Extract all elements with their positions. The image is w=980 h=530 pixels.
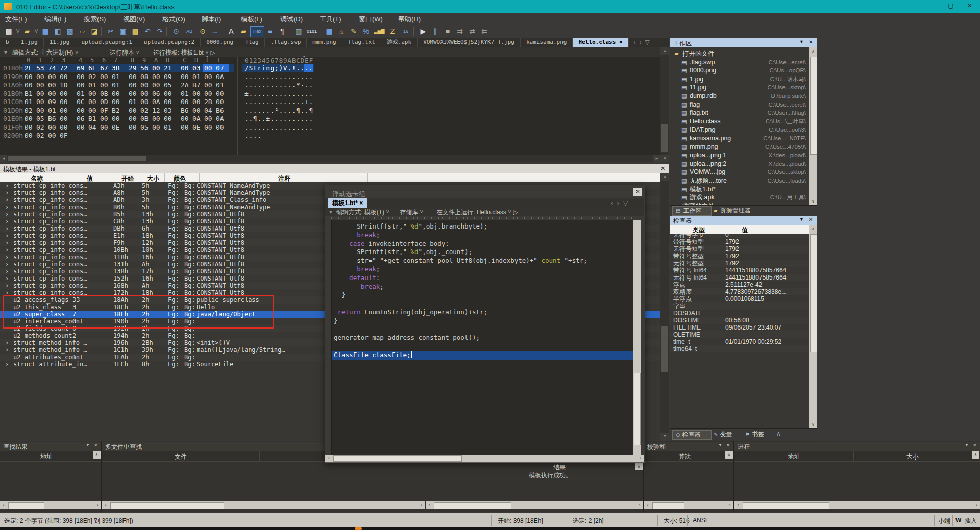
hex-byte[interactable]: 2B xyxy=(204,98,212,106)
hex-byte[interactable]: 00 xyxy=(152,123,160,131)
menu-item[interactable]: 帮助(H) xyxy=(398,15,421,24)
hex-byte[interactable]: 0A xyxy=(192,115,201,122)
inspector-row[interactable]: 带符号整型1792 xyxy=(670,253,809,260)
hex-byte[interactable]: 00 xyxy=(181,64,189,72)
bulb-icon[interactable]: ☼ xyxy=(336,26,347,36)
hex-byte[interactable]: 00 xyxy=(112,115,120,122)
step-over-icon[interactable]: ⇉ xyxy=(454,26,465,36)
highlight-icon[interactable]: ▰ xyxy=(238,26,249,36)
menu-item[interactable]: 脚本(I) xyxy=(202,15,221,24)
hex-byte[interactable]: 00 xyxy=(164,98,172,106)
file-tab[interactable]: flag.txt xyxy=(342,38,381,47)
hex-byte[interactable]: 0A xyxy=(152,98,160,106)
hex-ascii-text[interactable]: ................ xyxy=(244,123,313,131)
hex-byte[interactable]: 00 xyxy=(36,90,44,97)
hex-byte[interactable]: 12 xyxy=(152,107,160,114)
hex-byte[interactable]: 00 xyxy=(60,115,68,122)
hex-byte[interactable]: 00 xyxy=(140,90,149,97)
replace-icon[interactable]: AB xyxy=(183,26,196,36)
hex-byte[interactable]: 00 xyxy=(192,107,201,114)
font-icon[interactable]: A xyxy=(226,26,237,36)
menu-item[interactable]: 模板(L) xyxy=(241,15,262,24)
workspace-file-item[interactable]: ▤kamisama.pngC:\Use..._N0TE\ xyxy=(670,134,809,143)
menu-item[interactable]: 格式(O) xyxy=(162,15,185,24)
sidebar-tab-explorer[interactable]: ▰资源管理器 xyxy=(710,206,762,215)
hex-byte[interactable]: 0E xyxy=(192,123,201,131)
hex-byte[interactable]: 00 xyxy=(100,115,108,122)
workspace-file-item[interactable]: ▤1.jpgC:\U...话木马\ xyxy=(670,75,809,84)
hex-byte[interactable]: 00 xyxy=(129,73,137,81)
inspector-row[interactable]: time64_t xyxy=(670,345,809,352)
hex-byte[interactable]: 0C xyxy=(77,98,85,106)
collapse-icon[interactable]: ▾ xyxy=(4,48,7,56)
file-tab[interactable]: mmm.png xyxy=(307,38,342,47)
hex-byte[interactable]: 00 xyxy=(204,81,212,89)
inspector-row[interactable]: time_t01/01/1970 00:29:52 xyxy=(670,338,809,345)
hex-byte[interactable]: 02 xyxy=(36,123,44,131)
panel-vscroll-up[interactable]: ∧ xyxy=(972,451,979,459)
hex-byte[interactable]: 00 xyxy=(152,81,160,89)
inspector-row[interactable]: OLETIME xyxy=(670,331,809,338)
hex-byte[interactable]: 03 xyxy=(192,64,201,72)
hex-byte[interactable]: 04 xyxy=(204,107,212,114)
hex-byte[interactable]: 3B xyxy=(112,64,120,72)
hex-byte[interactable]: 00 xyxy=(48,132,56,139)
hex-byte[interactable]: 00 xyxy=(36,107,44,114)
inspector-scrollbar[interactable]: ∧ ∨ xyxy=(809,225,817,428)
hex-byte[interactable]: 00 xyxy=(100,123,108,131)
inspector-row[interactable]: 半浮点0.0001068115 xyxy=(670,295,809,302)
hex-byte[interactable]: 00 xyxy=(152,64,160,72)
hex-byte[interactable]: 00 xyxy=(48,123,56,131)
hex-byte[interactable]: 00 xyxy=(129,123,137,131)
base16-icon[interactable]: 16 xyxy=(399,26,412,36)
hex-byte[interactable]: 00 xyxy=(112,98,120,106)
pilcrow-icon[interactable]: ¶ xyxy=(277,26,288,36)
hex-byte[interactable]: B2 xyxy=(112,107,120,114)
hex-byte[interactable]: 6E xyxy=(88,64,96,72)
hex-byte[interactable]: 00 xyxy=(164,90,172,97)
maximize-button[interactable]: ▢ xyxy=(941,2,961,9)
hex-byte[interactable]: 00 xyxy=(204,73,212,81)
hex-byte[interactable]: 08 xyxy=(140,73,149,81)
column-header[interactable]: 算法 xyxy=(644,452,725,461)
hex-ascii-text[interactable]: ±............... xyxy=(244,90,313,97)
panel-hscrollbar-find-in-files[interactable]: ‹› xyxy=(102,501,425,509)
status-insert-mode-toggle[interactable]: 插入 xyxy=(965,517,977,525)
workspace-file-item[interactable]: ▤IDAT.pngC:\Use...ool\3\ xyxy=(670,125,809,134)
hex-byte[interactable]: 21 xyxy=(164,64,172,72)
panel-hscrollbar-find-results[interactable]: ‹› xyxy=(0,501,101,509)
step-into-icon[interactable]: ⇄ xyxy=(467,26,478,36)
copy-icon[interactable]: ▣ xyxy=(117,26,129,36)
edit-mode-select[interactable]: 十六进制(H) xyxy=(40,49,74,56)
hex-byte[interactable]: 00 xyxy=(216,98,224,106)
hex-byte[interactable]: 07 xyxy=(216,64,224,72)
open-folder-icon[interactable]: ▰ xyxy=(21,26,33,36)
hex-byte[interactable]: 05 xyxy=(36,115,44,122)
hex-ascii-text[interactable]: /String;)V.!.. xyxy=(244,64,305,72)
tab-nav-buttons[interactable]: ‹›▽ xyxy=(631,38,656,47)
hex-byte[interactable]: 00 xyxy=(36,81,44,89)
hex-byte[interactable]: 00 xyxy=(60,123,68,131)
dropdown-icon[interactable]: ˅ xyxy=(75,49,79,56)
workspace-file-item[interactable]: ▤.flag.swpC:\Use...ecret\ xyxy=(670,58,809,67)
menu-item[interactable]: 编辑(E) xyxy=(44,15,66,24)
inspector-row[interactable]: 带符号短型1792 xyxy=(670,238,809,245)
hex-byte[interactable]: 00 xyxy=(77,81,85,89)
collapse-icon[interactable]: ▾ xyxy=(329,208,332,215)
histogram-icon[interactable]: ▂▅▇ xyxy=(373,26,386,36)
hex-byte[interactable]: 0B xyxy=(140,115,149,122)
hex-byte[interactable]: 72 xyxy=(60,64,68,72)
file-tab[interactable]: upload.pcapng:2 xyxy=(138,38,201,47)
find-in-files-icon[interactable]: ⊙ xyxy=(197,26,208,36)
hex-byte[interactable]: 01 xyxy=(164,123,172,131)
hex-byte[interactable]: 69 xyxy=(77,64,85,72)
close-button[interactable]: ✕ xyxy=(961,2,978,9)
bottom-tab-书签[interactable]: ⚑书签 xyxy=(742,430,774,439)
font-size-icon[interactable]: A xyxy=(774,430,788,439)
hex-byte[interactable]: 00 xyxy=(60,107,68,114)
workspace-file-item[interactable]: ▤0000.pngC:\Us...opQR\ xyxy=(670,66,809,75)
menu-item[interactable]: 工具(T) xyxy=(320,15,341,24)
hex-byte[interactable]: 00 xyxy=(24,115,33,122)
pause-icon[interactable]: ∥ xyxy=(430,26,441,36)
bottom-tab-检查器[interactable]: ⊙检查器 xyxy=(672,430,712,440)
